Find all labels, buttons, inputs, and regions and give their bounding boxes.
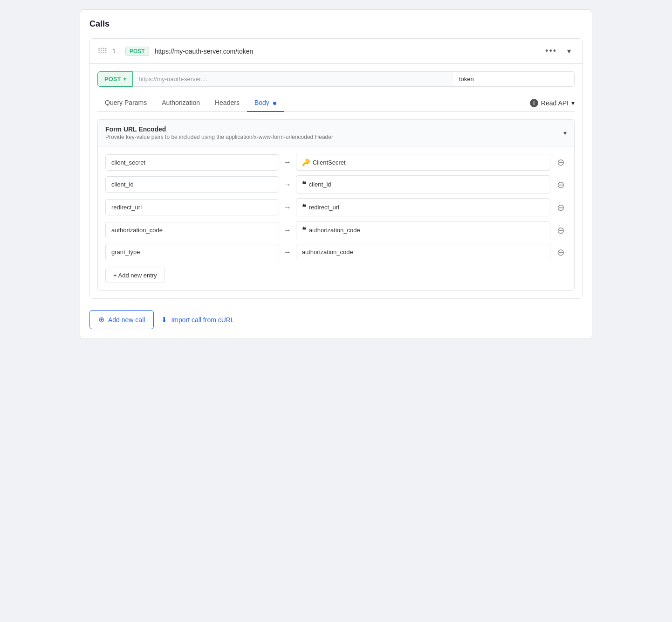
quote-icon: ❝ xyxy=(302,180,306,189)
entry-value-text: ClientSecret xyxy=(313,159,346,166)
entry-value-wrapper[interactable]: 🔑 ClientSecret xyxy=(296,154,550,171)
quote-icon: ❝ xyxy=(302,226,306,235)
read-api-chevron-icon: ▾ xyxy=(571,99,575,107)
remove-entry-button[interactable]: ⊖ xyxy=(555,158,567,167)
method-select-label: POST xyxy=(104,76,121,83)
page-title: Calls xyxy=(89,19,583,29)
form-entry-row: → ❝ redirect_uri ⊖ xyxy=(105,198,567,216)
url-path-input[interactable] xyxy=(453,71,575,87)
entry-key-input[interactable] xyxy=(105,244,279,260)
method-chevron-icon: ▾ xyxy=(123,76,126,82)
remove-entry-button[interactable]: ⊖ xyxy=(555,248,567,257)
key-icon: 🔑 xyxy=(302,159,310,166)
add-call-label: Add new call xyxy=(108,316,145,324)
form-entry-row: → 🔑 ClientSecret ⊖ xyxy=(105,154,567,171)
read-api-label: Read API xyxy=(541,99,569,107)
form-entry-row: → ❝ client_id ⊖ xyxy=(105,175,567,194)
url-base-input[interactable] xyxy=(133,71,453,87)
form-entry-row: → authorization_code ⊖ xyxy=(105,244,567,260)
footer-actions: ⊕ Add new call ⬇ Import call from cURL xyxy=(89,310,583,329)
download-icon: ⬇ xyxy=(161,316,167,324)
method-select-button[interactable]: POST ▾ xyxy=(97,71,133,87)
method-badge-header: POST xyxy=(125,47,149,56)
body-type-chevron-icon[interactable]: ▾ xyxy=(563,129,567,137)
remove-entry-button[interactable]: ⊖ xyxy=(555,203,567,212)
plus-circle-icon: ⊕ xyxy=(98,315,104,324)
quote-icon: ❝ xyxy=(302,203,306,212)
call-card: ⠿⠿ 1 POST https://my-oauth-server.com/to… xyxy=(89,38,583,299)
remove-entry-button[interactable]: ⊖ xyxy=(555,180,567,189)
body-type-title: Form URL Encoded xyxy=(105,125,333,133)
call-number: 1 xyxy=(112,48,120,55)
call-header: ⠿⠿ 1 POST https://my-oauth-server.com/to… xyxy=(90,39,582,64)
add-new-call-button[interactable]: ⊕ Add new call xyxy=(89,310,154,329)
arrow-right-icon: → xyxy=(284,180,291,189)
body-type-desc: Provide key-value pairs to be included u… xyxy=(105,134,333,140)
tab-query-params[interactable]: Query Params xyxy=(97,94,154,112)
arrow-right-icon: → xyxy=(284,226,291,235)
tab-headers[interactable]: Headers xyxy=(207,94,247,112)
entry-value-text: redirect_uri xyxy=(309,204,339,211)
tabs-row: Query Params Authorization Headers Body … xyxy=(97,94,575,112)
import-curl-button[interactable]: ⬇ Import call from cURL xyxy=(161,316,234,324)
body-section: Form URL Encoded Provide key-value pairs… xyxy=(97,119,575,291)
entry-value-text: authorization_code xyxy=(309,227,360,234)
call-header-actions: ••• ▾ xyxy=(542,44,575,58)
entry-value-text: authorization_code xyxy=(302,249,353,256)
read-api-button[interactable]: i Read API ▾ xyxy=(530,95,575,111)
url-row: POST ▾ xyxy=(97,71,575,87)
tab-body[interactable]: Body xyxy=(247,94,284,112)
import-curl-label: Import call from cURL xyxy=(171,316,234,324)
tab-authorization[interactable]: Authorization xyxy=(154,94,207,112)
drag-handle-icon[interactable]: ⠿⠿ xyxy=(97,47,107,55)
form-entry-row: → ❝ authorization_code ⊖ xyxy=(105,221,567,239)
entry-value-wrapper[interactable]: authorization_code xyxy=(296,244,550,260)
entry-key-input[interactable] xyxy=(105,222,279,238)
body-type-header: Form URL Encoded Provide key-value pairs… xyxy=(98,120,574,146)
arrow-right-icon: → xyxy=(284,158,291,166)
add-entry-button[interactable]: + Add new entry xyxy=(105,268,165,283)
entry-key-input[interactable] xyxy=(105,176,279,193)
call-body: POST ▾ Query Params Authorization Header… xyxy=(90,64,582,298)
call-url-header: https://my-oauth-server.com/token xyxy=(155,48,537,55)
body-type-info: Form URL Encoded Provide key-value pairs… xyxy=(105,125,333,140)
entry-value-wrapper[interactable]: ❝ authorization_code xyxy=(296,221,550,239)
form-entries: → 🔑 ClientSecret ⊖ → ❝ client_id xyxy=(98,146,574,290)
entry-key-input[interactable] xyxy=(105,199,279,215)
ellipsis-button[interactable]: ••• xyxy=(542,44,560,58)
entry-value-text: client_id xyxy=(309,181,331,188)
page-container: Calls ⠿⠿ 1 POST https://my-oauth-server.… xyxy=(80,9,592,339)
arrow-right-icon: → xyxy=(284,203,291,212)
tab-body-dot xyxy=(273,102,276,105)
remove-entry-button[interactable]: ⊖ xyxy=(555,226,567,235)
collapse-button[interactable]: ▾ xyxy=(563,45,575,57)
arrow-right-icon: → xyxy=(284,248,291,256)
entry-value-wrapper[interactable]: ❝ redirect_uri xyxy=(296,198,550,216)
info-icon: i xyxy=(530,99,538,107)
entry-value-wrapper[interactable]: ❝ client_id xyxy=(296,175,550,194)
entry-key-input[interactable] xyxy=(105,154,279,171)
